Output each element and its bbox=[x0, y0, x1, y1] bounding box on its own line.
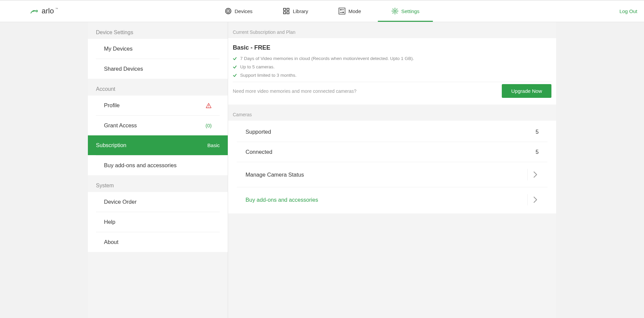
upgrade-button[interactable]: Upgrade Now bbox=[502, 84, 551, 98]
plan-feature-text: Up to 5 cameras. bbox=[240, 64, 275, 69]
plan-feature: Support limited to 3 months. bbox=[233, 73, 551, 78]
library-icon bbox=[283, 7, 290, 15]
plan-feature: Up to 5 cameras. bbox=[233, 64, 551, 69]
section-header-cameras: Cameras bbox=[228, 105, 556, 121]
upgrade-prompt: Need more video memories and more connec… bbox=[233, 88, 357, 94]
trademark-icon: ™ bbox=[55, 7, 58, 10]
logo-text: arlo bbox=[42, 7, 54, 15]
sidebar-item-my-devices[interactable]: My Devices bbox=[96, 39, 220, 59]
sidebar-item-buy-addons[interactable]: Buy add-ons and accessories bbox=[96, 155, 220, 175]
svg-rect-6 bbox=[284, 12, 286, 14]
subscription-plan-badge: Basic bbox=[207, 142, 220, 148]
logo[interactable]: arlo ™ bbox=[30, 7, 58, 15]
plan-feature: 7 Days of Video memories in cloud (Recor… bbox=[233, 56, 551, 61]
check-icon bbox=[233, 73, 237, 77]
sidebar: Device Settings My Devices Shared Device… bbox=[88, 22, 228, 318]
nav-library[interactable]: Library bbox=[283, 0, 308, 22]
cameras-connected-value: 5 bbox=[536, 149, 539, 155]
subscription-card: Basic - FREE 7 Days of Video memories in… bbox=[228, 38, 556, 105]
sidebar-item-profile[interactable]: Profile bbox=[96, 96, 220, 115]
cameras-supported-value: 5 bbox=[536, 129, 539, 135]
warning-icon bbox=[206, 103, 212, 109]
svg-rect-4 bbox=[284, 8, 286, 10]
buy-addons-row[interactable]: Buy add-ons and accessories bbox=[237, 187, 547, 212]
sidebar-item-label: About bbox=[104, 239, 118, 245]
svg-point-3 bbox=[228, 11, 229, 12]
chevron-right-icon bbox=[527, 169, 539, 180]
topbar: arlo ™ Devices Library bbox=[0, 0, 644, 22]
sidebar-item-label: Help bbox=[104, 219, 115, 225]
mode-icon bbox=[338, 7, 346, 15]
plan-feature-text: 7 Days of Video memories in cloud (Recor… bbox=[240, 56, 414, 61]
main-content: Current Subscription and Plan Basic - FR… bbox=[228, 22, 556, 318]
devices-icon bbox=[225, 7, 232, 15]
nav-settings-label: Settings bbox=[401, 8, 419, 14]
svg-point-15 bbox=[208, 107, 209, 107]
sidebar-item-shared-devices[interactable]: Shared Devices bbox=[96, 59, 220, 79]
svg-point-13 bbox=[394, 10, 396, 12]
section-header-subscription: Current Subscription and Plan bbox=[228, 22, 556, 38]
sidebar-header-system: System bbox=[88, 175, 228, 192]
sidebar-header-device-settings: Device Settings bbox=[88, 22, 228, 39]
logout-link[interactable]: Log Out bbox=[620, 8, 637, 14]
sidebar-header-account: Account bbox=[88, 79, 228, 96]
sidebar-item-device-order[interactable]: Device Order bbox=[96, 192, 220, 212]
cameras-supported-label: Supported bbox=[246, 129, 271, 135]
cameras-supported-row: Supported 5 bbox=[237, 122, 547, 142]
svg-rect-7 bbox=[287, 12, 289, 14]
manage-camera-status-label: Manage Camera Status bbox=[246, 172, 304, 178]
check-icon bbox=[233, 57, 237, 61]
plan-title: Basic - FREE bbox=[233, 44, 551, 51]
check-icon bbox=[233, 65, 237, 69]
top-nav: Devices Library Mode bbox=[225, 0, 420, 22]
nav-devices[interactable]: Devices bbox=[225, 0, 253, 22]
nav-library-label: Library bbox=[293, 8, 308, 14]
plan-feature-text: Support limited to 3 months. bbox=[240, 73, 297, 78]
upgrade-row: Need more video memories and more connec… bbox=[233, 82, 551, 101]
cameras-card: Supported 5 Connected 5 Manage Camera St… bbox=[228, 121, 556, 213]
cameras-connected-label: Connected bbox=[246, 149, 272, 155]
sidebar-item-label: Subscription bbox=[96, 142, 126, 148]
nav-mode[interactable]: Mode bbox=[338, 0, 361, 22]
settings-icon bbox=[391, 7, 398, 15]
nav-settings[interactable]: Settings bbox=[391, 0, 419, 22]
manage-camera-status-row[interactable]: Manage Camera Status bbox=[237, 162, 547, 187]
grant-access-count: (0) bbox=[206, 123, 212, 128]
sidebar-item-label: My Devices bbox=[104, 46, 132, 52]
nav-devices-label: Devices bbox=[235, 8, 253, 14]
svg-point-10 bbox=[340, 9, 341, 11]
chevron-right-icon bbox=[527, 194, 539, 205]
sidebar-item-help[interactable]: Help bbox=[96, 212, 220, 232]
sidebar-item-label: Buy add-ons and accessories bbox=[104, 162, 176, 169]
svg-rect-5 bbox=[287, 8, 289, 10]
svg-point-0 bbox=[36, 10, 38, 12]
sidebar-item-subscription[interactable]: Subscription Basic bbox=[88, 135, 228, 155]
buy-addons-label: Buy add-ons and accessories bbox=[246, 197, 318, 203]
sidebar-item-label: Grant Access bbox=[104, 122, 137, 129]
svg-rect-8 bbox=[339, 8, 345, 14]
cameras-connected-row: Connected 5 bbox=[237, 142, 547, 162]
svg-point-12 bbox=[343, 12, 344, 13]
nav-mode-label: Mode bbox=[348, 8, 361, 14]
sidebar-item-about[interactable]: About bbox=[96, 232, 220, 252]
sidebar-item-label: Shared Devices bbox=[104, 66, 143, 72]
sidebar-item-label: Device Order bbox=[104, 199, 137, 205]
sidebar-item-label: Profile bbox=[104, 102, 120, 109]
sidebar-item-grant-access[interactable]: Grant Access (0) bbox=[96, 115, 220, 135]
logo-icon bbox=[30, 8, 40, 14]
main-container: Device Settings My Devices Shared Device… bbox=[88, 22, 556, 318]
